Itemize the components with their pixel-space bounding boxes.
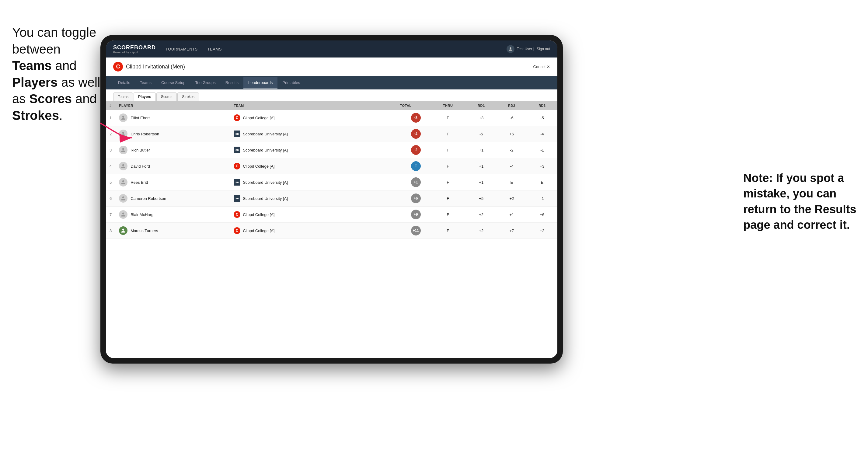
cell-total: +11	[359, 223, 430, 239]
cell-rank: 5	[106, 174, 115, 190]
nav-signout-button[interactable]: Sign out	[537, 47, 550, 51]
cell-rd3: -1	[527, 190, 557, 207]
cell-rank: 3	[106, 142, 115, 158]
table-row[interactable]: 2Chris RobertsonSBScoreboard University …	[106, 126, 557, 142]
cell-player: David Ford	[115, 158, 230, 174]
team-logo-sb: SB	[234, 179, 240, 186]
cell-team: CClippd College [A]	[230, 110, 359, 126]
nav-right: Test User | Sign out	[506, 45, 550, 53]
player-avatar	[119, 210, 127, 219]
cell-player: Rees Britt	[115, 174, 230, 190]
player-avatar	[119, 130, 127, 138]
cell-rd2: +7	[497, 223, 527, 239]
cell-rd1: -5	[466, 126, 497, 142]
leaderboard-table: # PLAYER TEAM TOTAL THRU RD1 RD2 RD3 1El…	[106, 101, 557, 358]
team-logo-clippd: C	[234, 115, 240, 121]
table-row[interactable]: 7Blair McHargCClippd College [A]+9F+2+1+…	[106, 207, 557, 223]
player-avatar	[119, 162, 127, 170]
cell-rd1: +2	[466, 223, 497, 239]
cell-rd2: E	[497, 174, 527, 190]
player-avatar	[119, 226, 127, 235]
player-name: Rich Butler	[130, 148, 150, 152]
total-badge: +6	[411, 193, 421, 203]
cell-thru: F	[430, 110, 466, 126]
cell-rd3: E	[527, 174, 557, 190]
team-name: Clippd College [A]	[243, 164, 274, 168]
top-nav: SCOREBOARD Powered by clippd TOURNAMENTS…	[106, 40, 557, 58]
cell-total: -2	[359, 142, 430, 158]
team-name: Scoreboard University [A]	[243, 148, 287, 152]
team-name: Clippd College [A]	[243, 116, 274, 120]
table-row[interactable]: 1Elliot EbertCClippd College [A]-8F+3-6-…	[106, 110, 557, 126]
total-badge: +9	[411, 210, 421, 219]
total-badge: -2	[411, 145, 421, 155]
col-rd1: RD1	[466, 101, 497, 110]
table-row[interactable]: 6Cameron RobertsonSBScoreboard Universit…	[106, 190, 557, 207]
cell-rd3: -5	[527, 110, 557, 126]
sub-tab-scores[interactable]: Scores	[156, 92, 177, 101]
tournament-header: C Clippd Invitational (Men) Cancel ✕	[106, 58, 557, 76]
cell-thru: F	[430, 207, 466, 223]
cell-player: Cameron Robertson	[115, 190, 230, 207]
table-row[interactable]: 8Marcus TurnersCClippd College [A]+11F+2…	[106, 223, 557, 239]
cell-rd3: -4	[527, 126, 557, 142]
team-name: Clippd College [A]	[243, 212, 274, 217]
col-total: TOTAL	[359, 101, 430, 110]
cell-rd2: -6	[497, 110, 527, 126]
cell-player: Marcus Turners	[115, 223, 230, 239]
sub-tab-players[interactable]: Players	[133, 92, 156, 101]
total-badge: -8	[411, 113, 421, 123]
player-avatar	[119, 178, 127, 186]
cell-player: Chris Robertson	[115, 126, 230, 142]
player-name: Chris Robertson	[130, 132, 159, 136]
cell-thru: F	[430, 142, 466, 158]
nav-tournaments[interactable]: TOURNAMENTS	[165, 45, 198, 53]
nav-teams[interactable]: TEAMS	[208, 45, 222, 53]
tab-details[interactable]: Details	[113, 77, 135, 89]
tab-tee-groups[interactable]: Tee Groups	[190, 77, 221, 89]
tab-leaderboards[interactable]: Leaderboards	[243, 77, 277, 89]
table-row[interactable]: 5Rees BrittSBScoreboard University [A]+1…	[106, 174, 557, 190]
cell-thru: F	[430, 223, 466, 239]
sub-tab-teams[interactable]: Teams	[113, 92, 133, 101]
player-name: Cameron Robertson	[130, 196, 166, 201]
sub-tab-strokes[interactable]: Strokes	[177, 92, 199, 101]
table-row[interactable]: 3Rich ButlerSBScoreboard University [A]-…	[106, 142, 557, 158]
cell-team: CClippd College [A]	[230, 158, 359, 174]
total-badge: -4	[411, 129, 421, 139]
cell-rank: 8	[106, 223, 115, 239]
cell-team: SBScoreboard University [A]	[230, 190, 359, 207]
cell-rank: 2	[106, 126, 115, 142]
tab-course-setup[interactable]: Course Setup	[156, 77, 190, 89]
player-avatar	[119, 194, 127, 203]
team-logo-clippd: C	[234, 211, 240, 218]
cell-rd2: +2	[497, 190, 527, 207]
nav-items: TOURNAMENTS TEAMS	[165, 45, 506, 53]
tournament-title-row: C Clippd Invitational (Men)	[113, 62, 185, 71]
cell-rd1: +3	[466, 110, 497, 126]
cell-total: -8	[359, 110, 430, 126]
cell-rank: 4	[106, 158, 115, 174]
cell-thru: F	[430, 190, 466, 207]
close-icon: ✕	[547, 64, 550, 69]
player-avatar	[119, 114, 127, 122]
col-thru: THRU	[430, 101, 466, 110]
tab-teams[interactable]: Teams	[135, 77, 156, 89]
player-name: Rees Britt	[130, 180, 148, 185]
cell-team: CClippd College [A]	[230, 223, 359, 239]
col-rank: #	[106, 101, 115, 110]
col-player: PLAYER	[115, 101, 230, 110]
cell-rd3: +6	[527, 207, 557, 223]
cell-thru: F	[430, 126, 466, 142]
tab-printables[interactable]: Printables	[277, 77, 305, 89]
cell-thru: F	[430, 174, 466, 190]
team-logo-clippd: C	[234, 163, 240, 169]
cell-rd1: +2	[466, 207, 497, 223]
cell-rd2: -2	[497, 142, 527, 158]
cancel-button[interactable]: Cancel ✕	[533, 64, 550, 69]
table-row[interactable]: 4David FordCClippd College [A]EF+1-4+3	[106, 158, 557, 174]
logo-sub-text: Powered by clippd	[113, 51, 156, 54]
team-name: Scoreboard University [A]	[243, 132, 287, 136]
tablet-frame: SCOREBOARD Powered by clippd TOURNAMENTS…	[100, 35, 563, 364]
tab-results[interactable]: Results	[221, 77, 243, 89]
